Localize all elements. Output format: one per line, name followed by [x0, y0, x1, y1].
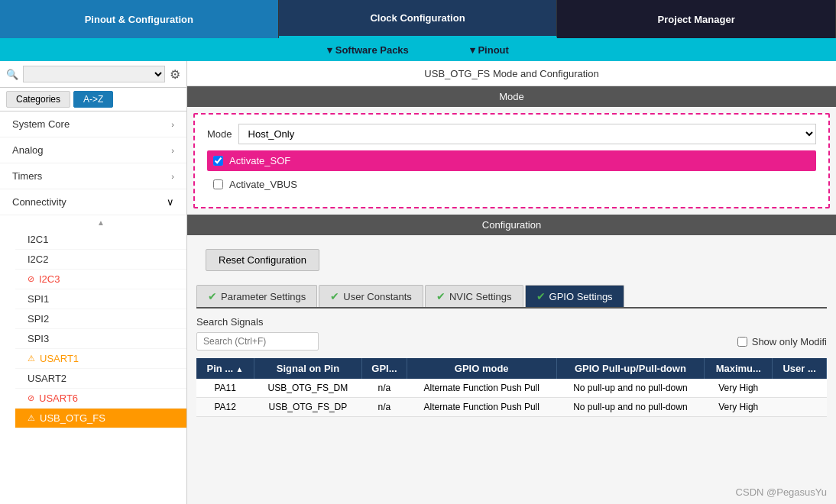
sidebar: 🔍 ⚙ Categories A->Z System Core › Analog…	[0, 61, 187, 504]
nav-software-packs[interactable]: ▾ Software Packs	[327, 44, 409, 56]
chevron-right-icon: ›	[171, 120, 174, 129]
sort-icon: ▲	[235, 365, 243, 373]
top-navigation: Pinout & Configuration Clock Configurati…	[0, 0, 836, 38]
search-bar: 🔍 ⚙	[0, 61, 186, 88]
activate-vbus-row[interactable]: Activate_VBUS	[207, 174, 816, 195]
connectivity-subitems: ▲ I2C1 I2C2 ⊘ I2C3 SPI1 SPI2	[0, 215, 186, 428]
sidebar-item-usb-otg-fs[interactable]: ⚠ USB_OTG_FS	[15, 409, 186, 428]
sidebar-item-timers[interactable]: Timers ›	[0, 163, 186, 189]
tab-project[interactable]: Project Manager	[557, 0, 836, 38]
tab-az[interactable]: A->Z	[73, 91, 113, 108]
chevron-right-icon: ›	[171, 146, 174, 155]
col-signal: Signal on Pin	[254, 358, 361, 379]
check-icon: ✔	[330, 290, 339, 302]
sidebar-item-connectivity[interactable]: Connectivity ∨	[0, 189, 186, 215]
tab-nvic-settings[interactable]: ✔ NVIC Settings	[425, 285, 523, 307]
table-row[interactable]: PA11 USB_OTG_FS_DM n/a Alternate Functio…	[196, 379, 827, 398]
chevron-down-icon: ∨	[167, 196, 174, 208]
gpio-table: Pin ... ▲ Signal on Pin GPI... GPIO mode	[196, 358, 827, 417]
sidebar-item-analog[interactable]: Analog ›	[0, 137, 186, 163]
mode-section-header: Mode	[187, 86, 836, 107]
mode-section: Mode Host_OnlyDevice_OnlyHost and Device…	[193, 113, 830, 208]
check-icon: ✔	[536, 290, 546, 302]
search-row: Show only Modifi	[196, 332, 827, 351]
reset-button-area: Reset Configuration	[187, 235, 836, 285]
search-select[interactable]	[23, 66, 165, 82]
tab-pinout[interactable]: Pinout & Configuration	[0, 0, 279, 38]
warning-icon: ⚠	[28, 413, 35, 423]
tab-categories[interactable]: Categories	[6, 91, 70, 108]
main-layout: 🔍 ⚙ Categories A->Z System Core › Analog…	[0, 61, 836, 504]
config-tabs: ✔ Parameter Settings ✔ User Constants ✔ …	[196, 285, 827, 309]
sidebar-item-usart6[interactable]: ⊘ USART6	[15, 389, 186, 409]
disabled-icon: ⊘	[28, 393, 34, 403]
check-icon: ✔	[208, 290, 217, 302]
show-only-modified-row: Show only Modifi	[737, 336, 827, 347]
page-title: USB_OTG_FS Mode and Configuration	[187, 61, 836, 86]
tab-parameter-settings[interactable]: ✔ Parameter Settings	[196, 285, 317, 307]
sidebar-item-usart1[interactable]: ⚠ USART1	[15, 349, 186, 369]
col-pin[interactable]: Pin ... ▲	[196, 358, 254, 379]
sidebar-item-spi2[interactable]: SPI2	[15, 309, 186, 329]
tab-user-constants[interactable]: ✔ User Constants	[319, 285, 423, 307]
watermark: CSDN @PegasusYu	[736, 486, 827, 498]
mode-row: Mode Host_OnlyDevice_OnlyHost and Device	[207, 124, 816, 144]
warning-icon: ⚠	[28, 354, 35, 363]
tab-clock[interactable]: Clock Configuration	[279, 0, 558, 38]
activate-vbus-checkbox[interactable]	[213, 179, 223, 189]
category-tabs: Categories A->Z	[0, 88, 186, 111]
gpio-table-container: Pin ... ▲ Signal on Pin GPI... GPIO mode	[187, 355, 836, 417]
search-signals-input[interactable]	[196, 332, 319, 351]
show-only-checkbox[interactable]	[737, 337, 747, 347]
col-maximum: Maximu...	[705, 358, 773, 379]
sidebar-item-usart2[interactable]: USART2	[15, 369, 186, 389]
gear-icon[interactable]: ⚙	[170, 67, 180, 82]
config-section-header: Configuration	[187, 215, 836, 235]
reset-config-button[interactable]: Reset Configuration	[206, 249, 319, 271]
search-signals-area: Search Signals Show only Modifi	[187, 309, 836, 355]
tab-gpio-settings[interactable]: ✔ GPIO Settings	[525, 285, 624, 307]
col-gpio-mode: GPIO mode	[407, 358, 556, 379]
second-navigation: ▾ Software Packs ▾ Pinout	[0, 38, 836, 61]
chevron-right-icon: ›	[171, 172, 174, 181]
content-area: USB_OTG_FS Mode and Configuration Mode M…	[187, 61, 836, 504]
col-gpi: GPI...	[362, 358, 407, 379]
sidebar-item-i2c3[interactable]: ⊘ I2C3	[15, 270, 186, 289]
check-icon: ✔	[436, 290, 446, 302]
sidebar-item-system-core[interactable]: System Core ›	[0, 111, 186, 137]
sidebar-section: System Core › Analog › Timers › Connecti…	[0, 111, 186, 428]
activate-sof-checkbox[interactable]	[213, 156, 223, 166]
col-gpio-pull: GPIO Pull-up/Pull-down	[556, 358, 705, 379]
disabled-icon: ⊘	[28, 274, 34, 284]
sidebar-item-spi1[interactable]: SPI1	[15, 289, 186, 309]
collapse-icon: ▲	[97, 218, 105, 227]
sidebar-item-spi3[interactable]: SPI3	[15, 329, 186, 349]
search-icon: 🔍	[6, 69, 18, 80]
mode-select[interactable]: Host_OnlyDevice_OnlyHost and Device	[238, 124, 816, 144]
activate-sof-row[interactable]: Activate_SOF	[207, 150, 816, 171]
sidebar-item-i2c1[interactable]: I2C1	[15, 230, 186, 250]
sidebar-item-i2c2[interactable]: I2C2	[15, 250, 186, 270]
col-user: User ...	[773, 358, 827, 379]
table-row[interactable]: PA12 USB_OTG_FS_DP n/a Alternate Functio…	[196, 398, 827, 417]
nav-pinout[interactable]: ▾ Pinout	[470, 44, 509, 56]
